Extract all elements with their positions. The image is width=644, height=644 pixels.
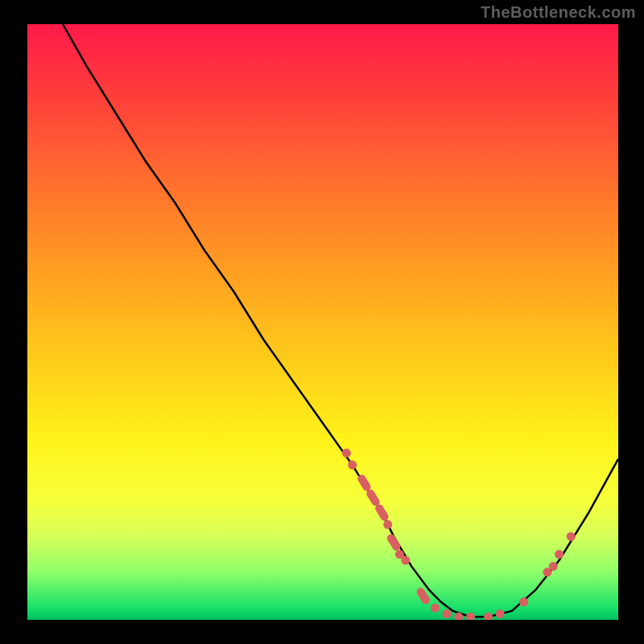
marker-group: [342, 448, 576, 620]
marker-dot: [383, 520, 392, 529]
plot-area: [27, 24, 618, 620]
curve-svg: [27, 24, 618, 620]
marker-lozenge: [374, 503, 390, 522]
marker-dot: [431, 604, 440, 613]
marker-dot: [342, 448, 351, 457]
chart-stage: TheBottleneck.com: [0, 0, 644, 644]
marker-dot: [466, 613, 475, 620]
marker-dot: [555, 550, 564, 559]
bottleneck-curve: [63, 24, 618, 617]
marker-dot: [348, 460, 357, 469]
marker-dot: [401, 556, 410, 565]
attribution-label: TheBottleneck.com: [481, 3, 636, 22]
marker-dot: [567, 532, 576, 541]
marker-dot: [443, 609, 452, 618]
marker-lozenge: [386, 533, 402, 552]
marker-dot: [496, 609, 505, 618]
marker-dot: [519, 597, 528, 606]
marker-dot: [549, 562, 558, 571]
marker-dot: [484, 613, 493, 620]
